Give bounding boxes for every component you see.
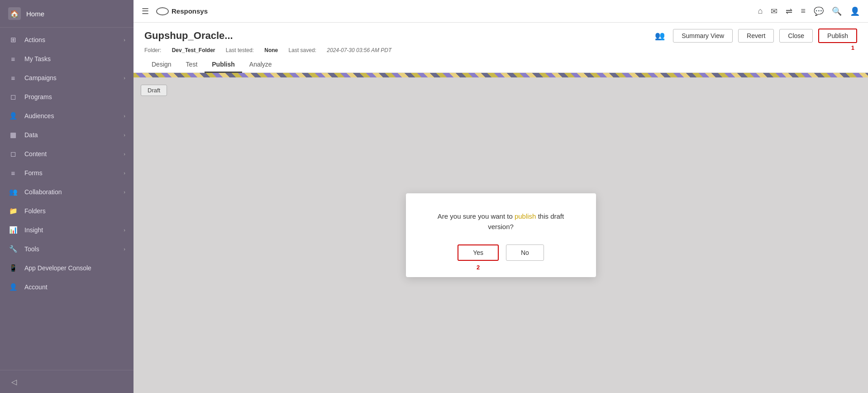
campaigns-icon: ≡ xyxy=(8,73,18,83)
chevron-right-icon: › xyxy=(124,189,125,195)
folders-icon: 📁 xyxy=(8,206,18,216)
main-content: ☰ Responsys ⌂ ✉ ⇌ ≡ 💬 🔍 👤 Gupshup_Oracle… xyxy=(134,0,868,393)
last-saved-value: 2024-07-30 03:56 AM PDT xyxy=(327,47,391,53)
dialog-overlay: Are you sure you want to publish this dr… xyxy=(134,77,868,393)
account-icon: 👤 xyxy=(8,282,18,292)
sidebar-nav: ⊞ Actions › ≡ My Tasks ≡ Campaigns › ◻ P… xyxy=(0,28,134,370)
forms-icon: ≡ xyxy=(8,168,18,178)
summary-view-button[interactable]: Summary View xyxy=(673,29,733,43)
sidebar-item-my-tasks[interactable]: ≡ My Tasks xyxy=(0,49,134,68)
sidebar-item-label: Account xyxy=(24,283,125,291)
content-icon: ◻ xyxy=(8,149,18,159)
chevron-right-icon: › xyxy=(124,246,125,252)
topbar-logo: Responsys xyxy=(156,7,208,15)
menu-icon[interactable]: ☰ xyxy=(142,6,149,16)
sidebar-item-insight[interactable]: 📊 Insight › xyxy=(0,220,134,240)
chevron-right-icon: › xyxy=(124,132,125,138)
tab-publish[interactable]: Publish xyxy=(205,57,242,73)
tab-analyze[interactable]: Analyze xyxy=(242,57,279,73)
campaign-header: Gupshup_Oracle... 👥 Summary View Revert … xyxy=(134,23,868,73)
workflow-area: Draft 📅 Scheduledfilter orview ▶ ✉ Messa… xyxy=(134,77,868,393)
actions-icon: ⊞ xyxy=(8,35,18,45)
campaign-title-row: Gupshup_Oracle... 👥 Summary View Revert … xyxy=(144,28,857,43)
sidebar-item-label: Tools xyxy=(24,245,124,253)
data-icon: ▦ xyxy=(8,130,18,140)
dialog-highlight: publish xyxy=(515,212,536,220)
sidebar-header: 🏠 Home xyxy=(0,0,134,28)
audiences-icon: 👤 xyxy=(8,111,18,121)
insight-icon: 📊 xyxy=(8,225,18,235)
chevron-right-icon: › xyxy=(124,113,125,119)
sidebar: 🏠 Home ⊞ Actions › ≡ My Tasks ≡ Campaign… xyxy=(0,0,134,393)
chevron-right-icon: › xyxy=(124,151,125,157)
share-icon-button[interactable]: 👥 xyxy=(652,28,668,43)
comment-icon[interactable]: 💬 xyxy=(814,6,824,16)
app-name: Responsys xyxy=(172,7,208,15)
sidebar-item-forms[interactable]: ≡ Forms › xyxy=(0,163,134,182)
sidebar-item-actions[interactable]: ⊞ Actions › xyxy=(0,30,134,49)
logo-oval xyxy=(156,7,169,15)
last-tested-value: None xyxy=(264,47,278,53)
sidebar-item-app-developer-console[interactable]: 📱 App Developer Console xyxy=(0,259,134,278)
dialog-message: Are you sure you want to publish this dr… xyxy=(429,211,573,232)
collaboration-icon: 👥 xyxy=(8,187,18,197)
sidebar-item-label: My Tasks xyxy=(24,55,125,62)
publish-dialog: Are you sure you want to publish this dr… xyxy=(406,193,596,277)
programs-icon: ◻ xyxy=(8,92,18,102)
sidebar-item-campaigns[interactable]: ≡ Campaigns › xyxy=(0,68,134,87)
mail-icon[interactable]: ✉ xyxy=(771,6,777,16)
publish-button-wrap: Publish 1 xyxy=(818,29,857,43)
sidebar-footer: ◁ xyxy=(0,370,134,393)
folder-name: Dev_Test_Folder xyxy=(172,47,215,53)
sidebar-item-label: Actions xyxy=(24,36,124,43)
publish-header-button[interactable]: Publish xyxy=(818,29,857,43)
campaign-actions: 👥 Summary View Revert Close Publish 1 xyxy=(652,28,857,43)
sidebar-item-label: Data xyxy=(24,131,124,139)
folder-label: Folder: Dev_Test_Folder xyxy=(144,47,217,53)
app-developer-icon: 📱 xyxy=(8,263,18,273)
revert-button[interactable]: Revert xyxy=(738,29,774,43)
sidebar-item-label: App Developer Console xyxy=(24,264,125,272)
dialog-prefix: Are you sure you want to xyxy=(438,212,515,220)
close-button[interactable]: Close xyxy=(779,29,813,43)
collapse-sidebar-button[interactable]: ◁ xyxy=(8,376,20,388)
tab-design[interactable]: Design xyxy=(144,57,179,73)
campaign-meta: Folder: Dev_Test_Folder Last tested: Non… xyxy=(144,47,857,53)
sidebar-item-label: Folders xyxy=(24,207,125,215)
sidebar-item-label: Programs xyxy=(24,93,125,101)
sidebar-item-content[interactable]: ◻ Content › xyxy=(0,144,134,163)
dialog-yes-button[interactable]: Yes xyxy=(458,244,499,261)
yes-badge-number: 2 xyxy=(477,264,480,271)
user-profile-icon[interactable]: 👤 xyxy=(850,6,860,16)
topbar: ☰ Responsys ⌂ ✉ ⇌ ≡ 💬 🔍 👤 xyxy=(134,0,868,23)
campaign-tabs: Design Test Publish Analyze xyxy=(144,57,857,72)
chevron-right-icon: › xyxy=(124,37,125,43)
sidebar-item-label: Collaboration xyxy=(24,188,124,196)
sidebar-item-label: Campaigns xyxy=(24,74,124,81)
sidebar-item-label: Content xyxy=(24,150,124,158)
topbar-icons: ⌂ ✉ ⇌ ≡ 💬 🔍 👤 xyxy=(758,6,860,16)
last-saved: Last saved: 2024-07-30 03:56 AM PDT xyxy=(289,47,392,53)
list-icon[interactable]: ≡ xyxy=(801,6,806,16)
tools-icon: 🔧 xyxy=(8,244,18,254)
sidebar-item-collaboration[interactable]: 👥 Collaboration › xyxy=(0,182,134,201)
sidebar-item-label: Audiences xyxy=(24,112,124,120)
sidebar-home-label[interactable]: Home xyxy=(26,10,44,18)
sidebar-item-label: Insight xyxy=(24,226,124,234)
sidebar-item-programs[interactable]: ◻ Programs xyxy=(0,87,134,106)
home-nav-icon[interactable]: ⌂ xyxy=(758,6,763,16)
chevron-right-icon: › xyxy=(124,170,125,176)
sidebar-item-folders[interactable]: 📁 Folders xyxy=(0,201,134,220)
dialog-no-button[interactable]: No xyxy=(506,244,544,261)
search-icon[interactable]: 🔍 xyxy=(832,6,842,16)
sidebar-item-audiences[interactable]: 👤 Audiences › xyxy=(0,106,134,125)
chevron-right-icon: › xyxy=(124,227,125,233)
tasks-icon: ≡ xyxy=(8,54,18,64)
sidebar-item-account[interactable]: 👤 Account xyxy=(0,278,134,297)
sidebar-item-data[interactable]: ▦ Data › xyxy=(0,125,134,144)
dialog-buttons: Yes 2 No xyxy=(429,244,573,261)
connect-icon[interactable]: ⇌ xyxy=(786,6,792,16)
tab-test[interactable]: Test xyxy=(179,57,205,73)
chevron-right-icon: › xyxy=(124,75,125,81)
sidebar-item-tools[interactable]: 🔧 Tools › xyxy=(0,240,134,259)
